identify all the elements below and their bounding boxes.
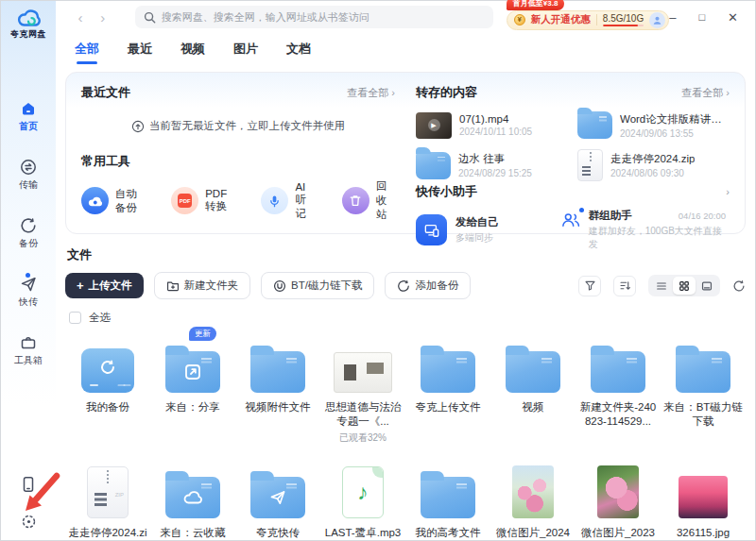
storage-text: 8.5G/10G <box>603 13 644 24</box>
promo-area[interactable]: 首月低至¥3.8 ¥ 新人开通优惠 8.5G/10G <box>507 5 669 30</box>
file-item[interactable]: 夸克上传文件 <box>405 332 490 445</box>
file-item[interactable]: 思想道德与法治 专题一《... 已观看32% <box>320 332 405 445</box>
backup-drive-icon <box>81 348 134 393</box>
transferred-item[interactable]: 边水 往事 2024/08/29 15:25 <box>416 149 568 181</box>
transferred-list: ▶ 07(1).mp4 2024/10/11 10:05 Word论文排版精讲（… <box>416 111 730 181</box>
zip-file-icon: ZIP <box>87 466 129 518</box>
file-item[interactable]: 微信图片_20230427141231.j... <box>576 458 661 541</box>
search-input[interactable] <box>162 11 485 23</box>
sync-circle-icon <box>397 279 410 293</box>
video-thumbnail <box>334 352 392 393</box>
transferred-view-all[interactable]: 查看全部› <box>681 86 730 100</box>
cloud-icon <box>165 477 220 518</box>
tool-auto-backup[interactable]: 自动备份 <box>81 187 143 215</box>
sidebar-item-label: 快传 <box>19 296 38 309</box>
grid-view-icon[interactable] <box>673 277 696 295</box>
sidebar-item-label: 备份 <box>19 237 38 250</box>
file-item[interactable]: 新建文件夹-240823-114529... <box>576 332 661 445</box>
maximize-button[interactable]: □ <box>698 12 705 23</box>
watched-progress: 已观看32% <box>339 431 387 445</box>
group-assistant[interactable]: 群组助手 04/16 20:00 建群加好友，100GB大文件直接发 <box>560 209 730 251</box>
folder-icon <box>250 351 305 393</box>
select-all-checkbox[interactable] <box>69 312 81 324</box>
group-people-icon <box>560 211 581 228</box>
close-button[interactable]: ✕ <box>728 11 738 24</box>
toolbox-icon <box>19 333 38 352</box>
sidebar-item-home[interactable]: 首页 <box>19 99 38 133</box>
update-badge: 更新 <box>189 327 216 341</box>
transferred-item[interactable]: 走走停停2024.zip 2024/08/06 09:30 <box>577 149 730 181</box>
add-backup-button[interactable]: 添加备份 <box>385 272 471 299</box>
tab-recent[interactable]: 最近 <box>128 41 152 58</box>
transferred-item[interactable]: Word论文排版精讲（完结） 2024/09/06 13:55 <box>577 111 730 139</box>
preview-view-icon[interactable] <box>696 277 718 295</box>
file-item[interactable]: 视频附件文件 <box>235 332 320 445</box>
file-item[interactable]: 来自：BT磁力链下载 <box>661 332 746 445</box>
file-item[interactable]: 微信图片_20240412143312.j... <box>490 458 576 541</box>
main-area: ‹ › 首月低至¥3.8 ¥ 新人开通优惠 8.5G/10G <box>56 1 755 540</box>
sidebar-nav: 首页 传输 备份 快传 <box>14 99 43 367</box>
forward-button[interactable]: › <box>92 9 114 25</box>
cloud-folder-icon <box>165 477 220 518</box>
minimize-button[interactable]: – <box>669 11 676 24</box>
sidebar: 夸克网盘 首页 传输 备份 <box>1 1 56 540</box>
send-plane-icon <box>19 275 38 294</box>
file-item[interactable]: 326115.jpg <box>661 458 746 541</box>
phone-icon[interactable] <box>19 475 38 494</box>
sidebar-item-label: 首页 <box>19 120 38 133</box>
file-item[interactable]: ♪ LAST-鹭卓.mp3 <box>320 458 405 541</box>
new-folder-button[interactable]: 新建文件夹 <box>154 272 251 299</box>
upload-button[interactable]: + 上传文件 <box>65 273 144 298</box>
avatar[interactable] <box>649 12 665 28</box>
notification-dot <box>26 273 30 278</box>
search-bar[interactable] <box>135 6 493 28</box>
back-button[interactable]: ‹ <box>69 9 92 25</box>
settings-gear-icon[interactable] <box>20 513 38 531</box>
divider <box>596 14 597 25</box>
tools-title: 常用工具 <box>81 153 130 170</box>
video-thumbnail: ▶ <box>416 112 452 139</box>
file-item[interactable]: 来自：云收藏 <box>150 458 235 541</box>
promo-pill[interactable]: ¥ 新人开通优惠 8.5G/10G <box>507 10 669 30</box>
sidebar-item-quickshare[interactable]: 快传 <box>19 275 38 309</box>
file-item[interactable]: 我的高考文件 <box>405 458 490 541</box>
home-icon <box>19 99 38 118</box>
window-controls: – □ ✕ <box>669 11 746 24</box>
tab-doc[interactable]: 文档 <box>286 41 311 58</box>
send-to-self[interactable]: 发给自己 多端同步 <box>416 214 560 245</box>
sidebar-item-transfer[interactable]: 传输 <box>19 158 38 192</box>
file-item[interactable]: 我的备份 <box>65 332 150 445</box>
list-view-icon[interactable] <box>650 277 673 295</box>
refresh-icon[interactable] <box>732 279 746 293</box>
coin-icon: ¥ <box>514 14 525 25</box>
tab-all[interactable]: 全部 <box>75 41 99 58</box>
tab-video[interactable]: 视频 <box>180 41 205 58</box>
tab-image[interactable]: 图片 <box>233 41 258 58</box>
file-item[interactable]: 夸克快传 <box>235 458 320 541</box>
bt-magnet-download-button[interactable]: BT/磁力链下载 <box>261 272 374 299</box>
tool-pdf-convert[interactable]: PDF PDF转换 <box>171 187 232 214</box>
assistant-row: 发给自己 多端同步 群组助手 <box>416 209 730 251</box>
file-item[interactable]: 视频 <box>490 332 576 445</box>
sidebar-item-toolbox[interactable]: 工具箱 <box>14 333 43 367</box>
file-item[interactable]: ZIP 走走停停2024.zip <box>65 458 150 541</box>
sort-icon[interactable] <box>613 276 636 296</box>
files-toolbar: + 上传文件 新建文件夹 BT/磁力链下载 <box>65 272 746 299</box>
filter-icon[interactable] <box>578 276 601 296</box>
file-item[interactable]: 更新 来自：分享 <box>150 332 235 445</box>
sidebar-item-label: 传输 <box>19 178 38 192</box>
send-plane-icon <box>250 477 305 518</box>
devices-icon <box>416 214 447 245</box>
recent-empty-state: 当前暂无最近文件，立即上传文件并使用 <box>81 101 395 151</box>
transferred-item[interactable]: ▶ 07(1).mp4 2024/10/11 10:05 <box>416 111 568 139</box>
sidebar-item-backup[interactable]: 备份 <box>19 216 38 250</box>
file-grid: 我的备份 更新 来自：分享 视频附件文件 <box>65 332 746 541</box>
chevron-right-icon[interactable]: › <box>726 186 730 197</box>
transferred-title: 转存的内容 <box>416 84 477 101</box>
recent-view-all[interactable]: 查看全部› <box>347 86 395 100</box>
tool-ai-transcribe[interactable]: AI听记 <box>261 181 314 221</box>
folder-plus-icon <box>166 279 180 292</box>
image-thumbnail <box>597 465 639 518</box>
recent-empty-text: 当前暂无最近文件，立即上传文件并使用 <box>149 119 345 133</box>
tool-recycle-bin[interactable]: 回收站 <box>342 179 395 222</box>
